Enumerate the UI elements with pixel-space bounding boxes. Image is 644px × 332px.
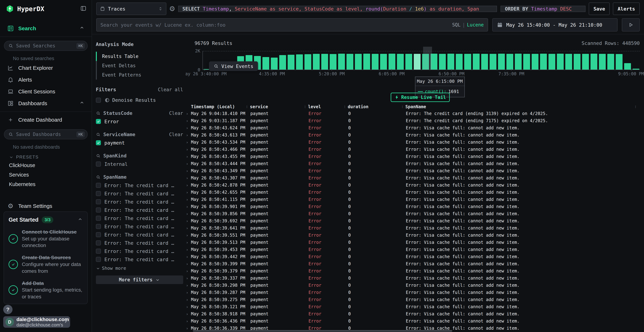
filter-option[interactable]: Error	[96, 119, 183, 124]
expand-row-icon[interactable]: ›	[186, 190, 191, 194]
event-row[interactable]: › May 26 8:50:39.513 PM payment Error 0 …	[186, 239, 640, 246]
expand-row-icon[interactable]: ›	[186, 262, 191, 266]
sidebar-item-alerts[interactable]: Alerts	[2, 74, 90, 85]
expand-row-icon[interactable]: ›	[186, 154, 191, 159]
expand-row-icon[interactable]: ›	[186, 248, 191, 252]
histogram-plot[interactable]	[202, 51, 640, 70]
create-dashboard-button[interactable]: Create Dashboard	[2, 114, 90, 126]
alerts-button[interactable]: Alerts	[613, 2, 640, 15]
language-lucene[interactable]: Lucene	[467, 22, 484, 28]
filter-option[interactable]: Error: The credit card …	[96, 257, 183, 262]
event-row[interactable]: › May 26 8:50:39.275 PM payment Error 0 …	[186, 296, 640, 303]
expand-row-icon[interactable]: ›	[186, 176, 191, 180]
preset-clickhouse[interactable]: ClickHouse	[0, 161, 92, 170]
saved-searches-input[interactable]	[16, 43, 76, 48]
filter-option[interactable]: Error: The credit card …	[96, 207, 183, 213]
order-by-editor[interactable]: ORDER BY Timestamp DESC	[500, 6, 586, 12]
expand-row-icon[interactable]: ›	[186, 319, 191, 324]
event-row[interactable]: › May 26 8:50:43.466 PM payment Error 0 …	[186, 146, 640, 153]
event-row[interactable]: › May 26 8:50:39.692 PM payment Error 0 …	[186, 217, 640, 224]
filter-option[interactable]: Error: The credit card …	[96, 248, 183, 254]
denoise-results-toggle[interactable]: Denoise Results	[96, 97, 183, 103]
user-menu[interactable]: D dale@clickhouse.com dale@clickhouse.co…	[3, 316, 70, 328]
expand-row-icon[interactable]: ›	[186, 140, 191, 144]
event-row[interactable]: › May 26 8:50:38.918 PM payment Error 0 …	[186, 310, 640, 318]
expand-row-icon[interactable]: ›	[186, 197, 191, 202]
expand-row-icon[interactable]: ›	[186, 183, 191, 188]
source-settings-gear-icon[interactable]: ⚙	[169, 5, 175, 13]
filter-option[interactable]: Error: The credit card …	[96, 191, 183, 196]
expand-row-icon[interactable]: ›	[186, 162, 191, 166]
expand-row-icon[interactable]: ›	[186, 283, 191, 288]
event-row[interactable]: › May 26 8:50:42.878 PM payment Error 0 …	[186, 182, 640, 189]
event-row[interactable]: › May 26 8:50:43.444 PM payment Error 0 …	[186, 160, 640, 167]
expand-row-icon[interactable]: ›	[186, 305, 191, 309]
expand-row-icon[interactable]: ›	[186, 204, 191, 209]
checkbox[interactable]	[96, 119, 101, 124]
event-row[interactable]: › May 26 9:04:18.410 PM payment Error 0 …	[186, 110, 640, 117]
sidebar-item-chart-explorer[interactable]: Chart Explorer	[2, 62, 90, 74]
event-row[interactable]: › May 26 8:50:39.298 PM payment Error 0 …	[186, 282, 640, 289]
checkbox[interactable]	[96, 249, 101, 254]
checkbox[interactable]	[96, 257, 101, 262]
event-row[interactable]: › May 26 8:50:39.121 PM payment Error 0 …	[186, 303, 640, 310]
analysis-mode-event-deltas[interactable]: Event Deltas	[96, 61, 183, 70]
expand-row-icon[interactable]: ›	[186, 212, 191, 216]
sidebar-item-client-sessions[interactable]: Client Sessions	[2, 86, 90, 97]
preset-services[interactable]: Services	[0, 170, 92, 180]
event-row[interactable]: › May 26 8:50:43.534 PM payment Error 0 …	[186, 139, 640, 146]
event-row[interactable]: › May 26 8:50:39.453 PM payment Error 0 …	[186, 246, 640, 253]
checkbox[interactable]	[96, 232, 101, 237]
language-toggle[interactable]: SQL|Lucene	[452, 22, 484, 28]
analysis-mode-event-patterns[interactable]: Event Patterns	[96, 70, 183, 80]
event-row[interactable]: › May 26 8:50:39.287 PM payment Error 0 …	[186, 289, 640, 296]
checkbox[interactable]	[96, 199, 101, 204]
expand-row-icon[interactable]: ›	[186, 133, 191, 138]
checkbox[interactable]	[96, 224, 101, 229]
event-row[interactable]: › May 26 8:50:43.349 PM payment Error 0 …	[186, 167, 640, 174]
expand-row-icon[interactable]: ›	[186, 233, 191, 238]
event-row[interactable]: › May 26 8:50:43.455 PM payment Error 0 …	[186, 153, 640, 160]
sidebar-item-search[interactable]: Search	[2, 23, 90, 34]
analysis-mode-results-table[interactable]: Results Table	[96, 52, 183, 61]
event-row[interactable]: › May 26 8:50:39.337 PM payment Error 0 …	[186, 274, 640, 282]
event-row[interactable]: › May 26 8:50:43.613 PM payment Error 0 …	[186, 132, 640, 139]
expand-row-icon[interactable]: ›	[186, 169, 191, 173]
saved-dashboards-input[interactable]	[16, 132, 76, 137]
event-row[interactable]: › May 26 8:50:39.442 PM payment Error 0 …	[186, 253, 640, 260]
event-row[interactable]: › May 26 8:50:43.307 PM payment Error 0 …	[186, 174, 640, 182]
event-row[interactable]: › May 26 8:50:39.641 PM payment Error 0 …	[186, 224, 640, 232]
expand-row-icon[interactable]: ›	[186, 312, 191, 316]
source-select[interactable]: Traces	[96, 2, 166, 15]
language-sql[interactable]: SQL	[452, 22, 460, 28]
help-button[interactable]: ?	[3, 305, 12, 314]
event-row[interactable]: › May 26 8:50:39.399 PM payment Error 0 …	[186, 260, 640, 268]
event-row[interactable]: › May 26 8:50:39.901 PM payment Error 0 …	[186, 203, 640, 210]
expand-row-icon[interactable]: ›	[186, 226, 191, 230]
filter-option[interactable]: Error: The credit card …	[96, 224, 183, 229]
resume-live-tail-button[interactable]: Resume Live Tail	[391, 93, 450, 102]
clear-all-filters-button[interactable]: Clear all	[158, 87, 183, 92]
more-filters-button[interactable]: More filters	[96, 276, 183, 284]
sidebar-item-team-settings[interactable]: ⚙ Team Settings	[2, 200, 90, 212]
expand-row-icon[interactable]: ›	[186, 254, 191, 259]
checkbox[interactable]	[96, 162, 101, 166]
event-row[interactable]: › May 26 9:03:31.187 PM payment Error 0 …	[186, 117, 640, 124]
filter-option[interactable]: payment	[96, 140, 183, 146]
saved-searches-search[interactable]: ⌘K	[4, 41, 88, 51]
expand-row-icon[interactable]: ›	[186, 147, 191, 152]
preset-kubernetes[interactable]: Kubernetes	[0, 180, 92, 189]
event-search[interactable]: SQL|Lucene	[96, 18, 488, 32]
run-query-button[interactable]	[622, 18, 640, 32]
saved-dashboards-search[interactable]: ⌘K	[4, 129, 88, 139]
expand-row-icon[interactable]: ›	[186, 219, 191, 223]
select-query-editor[interactable]: SELECT Timestamp, ServiceName as service…	[178, 6, 497, 12]
save-button[interactable]: Save	[589, 2, 610, 15]
filter-option[interactable]: Error: The credit card …	[96, 232, 183, 237]
get-started-item[interactable]: Create Data Sources Configure where your…	[8, 254, 83, 274]
show-more-button[interactable]: Show more	[96, 266, 183, 271]
sidebar-item-dashboards[interactable]: Dashboards	[2, 98, 90, 109]
checkbox[interactable]	[96, 191, 101, 196]
denoise-checkbox[interactable]	[96, 98, 101, 103]
expand-row-icon[interactable]: ›	[186, 290, 191, 295]
